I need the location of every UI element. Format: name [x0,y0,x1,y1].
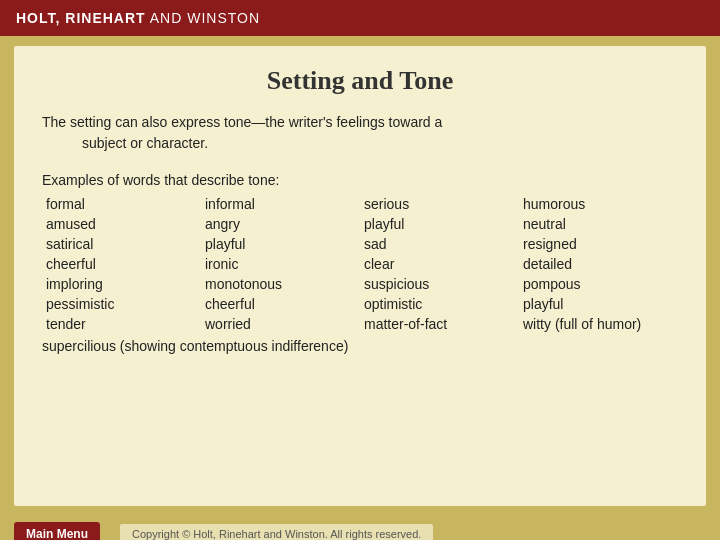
intro-line1: The setting can also express tone—the wr… [42,114,442,130]
table-cell: worried [201,314,360,334]
table-cell: ironic [201,254,360,274]
main-content: Setting and Tone The setting can also ex… [14,46,706,506]
table-cell: pessimistic [42,294,201,314]
table-cell: pompous [519,274,678,294]
table-cell: playful [360,214,519,234]
table-cell: playful [201,234,360,254]
intro-text: The setting can also express tone—the wr… [42,112,678,154]
table-cell: matter-of-fact [360,314,519,334]
table-row: tenderworriedmatter-of-factwitty (full o… [42,314,678,334]
table-cell: detailed [519,254,678,274]
table-cell: neutral [519,214,678,234]
table-row: amusedangryplayfulneutral [42,214,678,234]
table-row: formalinformalserioushumorous [42,194,678,214]
table-cell: monotonous [201,274,360,294]
table-cell: cheerful [201,294,360,314]
table-cell: cheerful [42,254,201,274]
bottom-row: supercilious (showing contemptuous indif… [42,338,678,354]
table-cell: formal [42,194,201,214]
table-cell: imploring [42,274,201,294]
table-row: imploringmonotonoussuspiciouspompous [42,274,678,294]
table-row: pessimisticcheerfuloptimisticplayful [42,294,678,314]
table-cell: witty (full of humor) [519,314,678,334]
tone-table: formalinformalserioushumorousamusedangry… [42,194,678,334]
table-cell: informal [201,194,360,214]
table-cell: amused [42,214,201,234]
table-cell: clear [360,254,519,274]
main-menu-button[interactable]: Main Menu [14,522,100,540]
table-cell: humorous [519,194,678,214]
table-cell: tender [42,314,201,334]
table-cell: satirical [42,234,201,254]
table-cell: playful [519,294,678,314]
table-cell: angry [201,214,360,234]
header-title-light: AND WINSTON [146,10,260,26]
table-row: cheerfulironiccleardetailed [42,254,678,274]
examples-label: Examples of words that describe tone: [42,172,678,188]
footer: Main Menu Copyright © Holt, Rinehart and… [0,516,720,540]
intro-line2: subject or character. [82,133,678,154]
table-cell: serious [360,194,519,214]
table-row: satiricalplayfulsadresigned [42,234,678,254]
header-bar: HOLT, RINEHART AND WINSTON [0,0,720,36]
page-title: Setting and Tone [42,66,678,96]
table-cell: optimistic [360,294,519,314]
copyright-text: Copyright © Holt, Rinehart and Winston. … [120,524,433,540]
table-cell: suspicious [360,274,519,294]
table-cell: resigned [519,234,678,254]
table-cell: sad [360,234,519,254]
header-title: HOLT, RINEHART AND WINSTON [16,10,260,26]
header-title-bold: HOLT, RINEHART [16,10,146,26]
